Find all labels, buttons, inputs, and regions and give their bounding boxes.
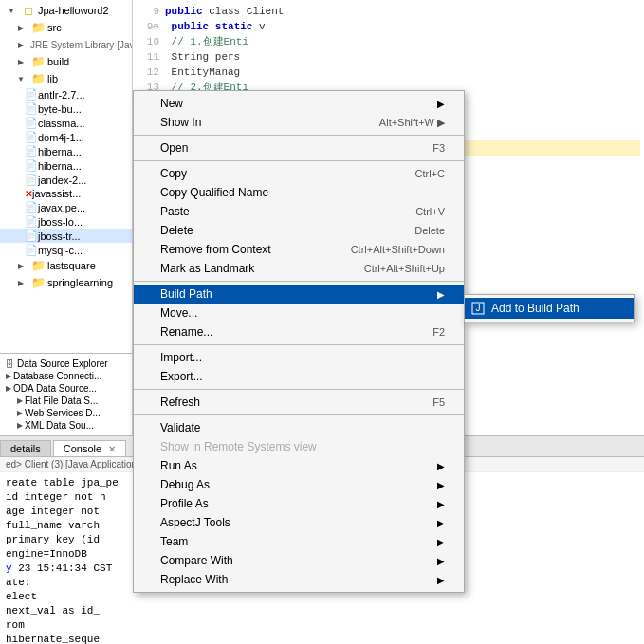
- debug-arrow-icon: ▶: [437, 480, 445, 490]
- tri-icon: ▶: [17, 396, 23, 405]
- compare-arrow-icon: ▶: [437, 556, 445, 566]
- show-shortcut: Alt+Shift+W ▶: [351, 117, 445, 129]
- tree-item-lib[interactable]: ▼ 📁 lib: [0, 70, 132, 87]
- tree-item-dom4j[interactable]: 📄 dom4j-1...: [0, 130, 132, 144]
- menu-build-path[interactable]: Build Path ▶: [134, 285, 464, 304]
- tree-item-byte[interactable]: 📄 byte-bu...: [0, 101, 132, 116]
- tree-item-javax[interactable]: 📄 javax.pe...: [0, 200, 132, 214]
- antlr-label: antlr-2.7...: [38, 89, 85, 101]
- menu-rename[interactable]: Rename... F2: [134, 322, 464, 341]
- menu-validate[interactable]: Validate: [134, 418, 464, 437]
- jar-icon: 📄: [25, 145, 38, 157]
- tri-icon: ▶: [6, 372, 11, 380]
- add-build-label: Add to Build Path: [491, 302, 580, 315]
- jboss-tr-label: jboss-tr...: [38, 230, 81, 242]
- menu-replace-label: Replace With: [160, 573, 228, 586]
- menu-aspectj-label: AspectJ Tools: [160, 516, 230, 529]
- menu-debug-label: Debug As: [160, 478, 210, 491]
- tree-item-javassist[interactable]: ✕ javassist...: [0, 187, 132, 200]
- tree-item-build[interactable]: ▶ 📁 build: [0, 53, 132, 70]
- menu-delete[interactable]: Delete Delete: [134, 221, 464, 240]
- tree-item-jre[interactable]: ▶ JRE System Library [JavaSE-1.8]: [0, 36, 132, 53]
- sep-4: [134, 344, 464, 345]
- menu-new[interactable]: New ▶: [134, 94, 464, 113]
- menu-remote-label: Show in Remote Systems view: [160, 440, 317, 453]
- tri-icon: ▶: [17, 409, 23, 417]
- build-label: build: [47, 56, 69, 67]
- collapse-icon: ▶: [13, 275, 28, 290]
- paste-shortcut: Ctrl+V: [387, 206, 445, 217]
- console-line-12: hibernate_seque: [6, 633, 638, 644]
- menu-remove-context[interactable]: Remove from Context Ctrl+Alt+Shift+Down: [134, 240, 464, 259]
- menu-show-in[interactable]: Show In Alt+Shift+W ▶: [134, 113, 464, 132]
- menu-delete-label: Delete: [160, 224, 193, 237]
- menu-refresh-label: Refresh: [160, 396, 200, 409]
- menu-new-label: New: [160, 97, 183, 110]
- menu-debug-as[interactable]: Debug As ▶: [134, 475, 464, 494]
- tree-item-lastsquare[interactable]: ▶ 📁 lastsquare: [0, 257, 132, 274]
- sep-2: [134, 160, 464, 161]
- menu-rename-label: Rename...: [160, 325, 212, 339]
- error-icon: ✕: [25, 189, 32, 199]
- build-arrow-icon: ▶: [437, 289, 445, 300]
- oda-source[interactable]: ▶ ODA Data Source...: [0, 382, 132, 395]
- tree-item-mysql[interactable]: 📄 mysql-c...: [0, 243, 132, 257]
- tree-root[interactable]: ▼ ◻ Jpa-helloword2: [0, 2, 132, 19]
- menu-mark-landmark[interactable]: Mark as Landmark Ctrl+Alt+Shift+Up: [134, 259, 464, 278]
- menu-replace-with[interactable]: Replace With ▶: [134, 570, 464, 589]
- tree-item-jandex[interactable]: 📄 jandex-2...: [0, 173, 132, 187]
- tree-item-antlr[interactable]: 📄 antlr-2.7...: [0, 87, 132, 101]
- menu-export[interactable]: Export...: [134, 367, 464, 386]
- menu-profile-label: Profile As: [160, 497, 209, 510]
- jar-icon: 📄: [25, 215, 38, 228]
- data-source-explorer[interactable]: 🗄 Data Source Explorer: [0, 358, 132, 370]
- menu-compare-with[interactable]: Compare With ▶: [134, 551, 464, 570]
- tree-item-jboss-tr[interactable]: 📄 jboss-tr...: [0, 229, 132, 243]
- collapse-icon: ▶: [13, 54, 28, 69]
- menu-run-as[interactable]: Run As ▶: [134, 456, 464, 475]
- web-services[interactable]: ▶ Web Services D...: [0, 407, 132, 419]
- tree-item-jboss-lo[interactable]: 📄 jboss-lo...: [0, 214, 132, 229]
- tree-item-hib2[interactable]: 📄 hiberna...: [0, 158, 132, 173]
- tree-item-hib1[interactable]: 📄 hiberna...: [0, 144, 132, 158]
- jar-icon: 📄: [25, 201, 38, 213]
- menu-open[interactable]: Open F3: [134, 138, 464, 157]
- db-connect[interactable]: ▶ Database Connecti...: [0, 370, 132, 382]
- menu-refresh[interactable]: Refresh F5: [134, 393, 464, 412]
- menu-import[interactable]: Import...: [134, 348, 464, 367]
- menu-aspectj[interactable]: AspectJ Tools ▶: [134, 513, 464, 532]
- tree-item-classma[interactable]: 📄 classma...: [0, 116, 132, 130]
- menu-profile-as[interactable]: Profile As ▶: [134, 494, 464, 513]
- tab-details[interactable]: details: [0, 440, 51, 456]
- menu-copy-label: Copy: [160, 167, 187, 180]
- tab-details-label: details: [10, 443, 41, 454]
- menu-import-label: Import...: [160, 351, 202, 364]
- code-line-12: 12 EntityManag: [137, 64, 640, 80]
- refresh-shortcut: F5: [404, 396, 445, 408]
- tree-item-spring[interactable]: ▶ 📁 springlearning: [0, 274, 132, 291]
- tab-console[interactable]: Console ✕: [53, 440, 126, 456]
- menu-team[interactable]: Team ▶: [134, 532, 464, 551]
- menu-mark-label: Mark as Landmark: [160, 262, 254, 275]
- tri-icon: ▶: [17, 421, 23, 430]
- sep-5: [134, 389, 464, 390]
- flat-file[interactable]: ▶ Flat File Data S...: [0, 395, 132, 407]
- db-icon: 🗄: [6, 359, 14, 369]
- menu-paste[interactable]: Paste Ctrl+V: [134, 202, 464, 221]
- tree-item-src[interactable]: ▶ 📁 src: [0, 19, 132, 36]
- javax-label: javax.pe...: [38, 202, 85, 213]
- menu-add-build-path[interactable]: J Add to Build Path: [465, 298, 634, 319]
- menu-copy-qualified[interactable]: Copy Qualified Name: [134, 183, 464, 202]
- close-tab-icon[interactable]: ✕: [108, 444, 116, 454]
- menu-copy[interactable]: Copy Ctrl+C: [134, 164, 464, 183]
- menu-move-label: Move...: [160, 306, 197, 320]
- jar-icon: 📄: [25, 117, 38, 129]
- menu-move[interactable]: Move...: [134, 304, 464, 322]
- sep-3: [134, 281, 464, 282]
- folder-icon: 📁: [30, 54, 46, 69]
- jar-icon: 📄: [25, 174, 38, 186]
- flat-label: Flat File Data S...: [25, 396, 98, 406]
- oda-label: ODA Data Source...: [13, 383, 97, 394]
- byte-label: byte-bu...: [38, 103, 82, 115]
- xml-data[interactable]: ▶ XML Data Sou...: [0, 419, 132, 432]
